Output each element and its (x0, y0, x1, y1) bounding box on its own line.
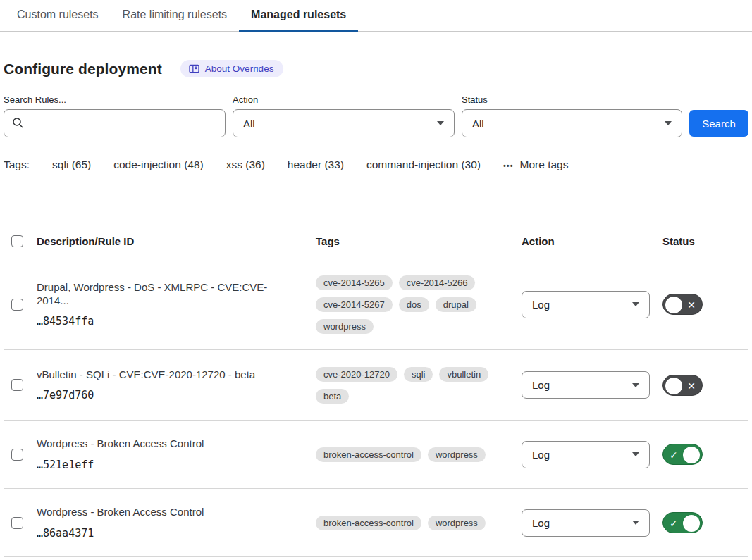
tag-pill: cve-2014-5267 (316, 297, 393, 312)
tab-rate-limiting-rulesets[interactable]: Rate limiting rulesets (111, 0, 240, 32)
toggle-state-icon: ✓ (670, 444, 678, 466)
action-label: Action (233, 94, 455, 105)
tag-link-code-injection[interactable]: code-injection (48) (113, 158, 204, 171)
chevron-down-icon (632, 452, 639, 456)
status-toggle[interactable]: ✓ (662, 512, 703, 533)
more-tags-label: More tags (520, 158, 569, 171)
col-header-tags: Tags (316, 235, 522, 247)
chevron-down-icon (437, 121, 444, 125)
about-overrides-badge[interactable]: About Overrides (180, 60, 284, 77)
toggle-state-icon: ✕ (687, 375, 696, 397)
status-select[interactable]: All (462, 109, 682, 137)
rule-id: …7e97d760 (37, 389, 290, 402)
tag-link-sqli[interactable]: sqli (65) (52, 158, 91, 171)
row-checkbox[interactable] (11, 449, 23, 461)
row-checkbox[interactable] (11, 299, 23, 311)
toggle-state-icon: ✕ (687, 294, 696, 316)
tag-pill: cve-2014-5265 (316, 275, 393, 290)
heading-row: Configure deployment About Overrides (4, 60, 748, 77)
rule-id: …86aa4371 (37, 527, 290, 540)
tag-pill: wordpress (428, 447, 486, 462)
rule-description: vBulletin - SQLi - CVE:CVE-2020-12720 - … (37, 368, 290, 382)
tag-pill: dos (399, 297, 429, 312)
toggle-knob (665, 297, 682, 313)
tag-pill: cve-2020-12720 (316, 367, 397, 382)
tag-pill: broken-access-control (316, 516, 421, 530)
toggle-knob (683, 447, 700, 463)
status-select-value: All (472, 118, 484, 130)
tags-bar: Tags: sqli (65) code-injection (48) xss … (4, 158, 748, 171)
status-toggle[interactable]: ✕ (662, 294, 703, 315)
rule-description: Wordpress - Broken Access Control (37, 506, 290, 519)
row-action-select[interactable]: Log (522, 441, 650, 468)
tag-link-header[interactable]: header (33) (288, 158, 344, 171)
tag-link-xss[interactable]: xss (36) (226, 158, 265, 171)
search-label: Search Rules... (4, 94, 226, 105)
status-label: Status (462, 94, 682, 105)
ellipsis-icon: ••• (503, 161, 514, 170)
rule-tags: broken-access-control wordpress (316, 447, 522, 462)
rule-tags: broken-access-control wordpress (316, 516, 522, 530)
status-field: Status All (462, 94, 682, 137)
toggle-state-icon: ✓ (670, 513, 678, 534)
about-overrides-label: About Overrides (205, 63, 274, 74)
rule-tags: cve-2014-5265 cve-2014-5266 cve-2014-526… (316, 275, 522, 334)
tag-pill: sqli (404, 367, 433, 382)
rule-description: Drupal, Wordpress - DoS - XMLRPC - CVE:C… (37, 281, 290, 308)
rule-tags: cve-2020-12720 sqli vbulletin beta (316, 367, 522, 404)
action-select-value: All (243, 118, 255, 130)
row-action-select[interactable]: Log (522, 509, 650, 537)
tag-pill: drupal (436, 297, 476, 312)
tags-bar-label: Tags: (4, 158, 30, 171)
row-checkbox[interactable] (11, 517, 23, 529)
tag-link-command-injection[interactable]: command-injection (30) (366, 158, 481, 171)
book-open-icon (189, 64, 199, 73)
select-all-checkbox[interactable] (11, 235, 23, 247)
status-toggle[interactable]: ✓ (662, 444, 703, 465)
tag-pill: broken-access-control (316, 447, 421, 462)
col-header-status: Status (662, 235, 748, 247)
tab-managed-rulesets[interactable]: Managed rulesets (239, 0, 358, 32)
table-row: vBulletin - SQLi - CVE:CVE-2020-12720 - … (4, 350, 748, 421)
row-action-value: Log (532, 517, 550, 529)
action-field: Action All (233, 94, 455, 137)
tag-pill: wordpress (316, 319, 374, 334)
col-header-action: Action (522, 235, 662, 247)
rules-table: Description/Rule ID Tags Action Status D… (4, 223, 748, 557)
tag-pill: beta (316, 389, 349, 404)
row-action-value: Log (532, 299, 550, 311)
row-checkbox[interactable] (11, 379, 23, 391)
chevron-down-icon (665, 121, 672, 125)
search-button[interactable]: Search (689, 110, 748, 137)
ruleset-tabbar: Custom rulesets Rate limiting rulesets M… (0, 0, 752, 32)
tab-custom-rulesets[interactable]: Custom rulesets (5, 0, 111, 32)
page-title: Configure deployment (4, 61, 162, 77)
chevron-down-icon (632, 302, 639, 306)
row-action-value: Log (532, 379, 550, 391)
status-toggle[interactable]: ✕ (662, 375, 703, 396)
row-action-value: Log (532, 449, 550, 461)
col-header-description: Description/Rule ID (37, 235, 316, 247)
chevron-down-icon (632, 383, 639, 387)
table-row: Drupal, Wordpress - DoS - XMLRPC - CVE:C… (4, 259, 748, 350)
chevron-down-icon (632, 521, 639, 525)
rule-id: …84534ffa (37, 315, 290, 328)
table-header-row: Description/Rule ID Tags Action Status (4, 223, 748, 259)
toggle-knob (683, 515, 700, 532)
action-select[interactable]: All (233, 109, 455, 137)
table-row: Wordpress - Broken Access Control …86aa4… (4, 489, 748, 557)
search-field: Search Rules... (4, 94, 226, 137)
table-row: Wordpress - Broken Access Control …521e1… (4, 421, 748, 489)
search-input[interactable] (4, 109, 226, 137)
rule-description: Wordpress - Broken Access Control (37, 437, 290, 451)
tag-pill: vbulletin (439, 367, 488, 382)
tag-pill: cve-2014-5266 (399, 275, 476, 290)
toggle-knob (665, 378, 682, 394)
row-action-select[interactable]: Log (522, 371, 650, 399)
filter-row: Search Rules... Action All Status All (4, 94, 748, 137)
tag-pill: wordpress (428, 516, 486, 530)
more-tags-button[interactable]: ••• More tags (503, 158, 568, 171)
search-icon (12, 117, 24, 132)
rule-id: …521e1eff (37, 459, 290, 471)
row-action-select[interactable]: Log (522, 291, 650, 318)
